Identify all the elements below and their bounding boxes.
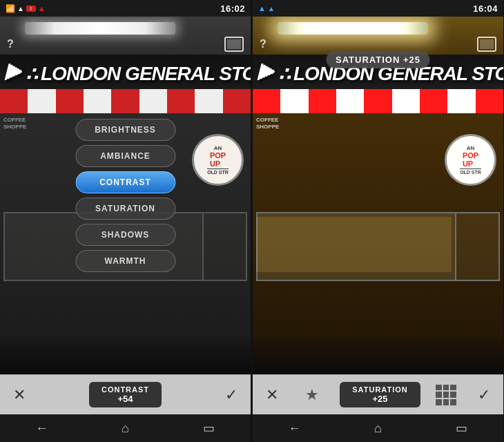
notification-icon: ▲ — [38, 4, 46, 12]
right-signal-icon: ▲ — [258, 4, 266, 12]
saturation-btn[interactable]: SATURATION — [75, 198, 175, 220]
grid-cell-3 — [450, 385, 456, 391]
store-awning — [0, 89, 251, 117]
awning-stripe-red-4 — [167, 89, 195, 117]
awning-stripe-white-4 — [195, 89, 222, 117]
right-nav-bar: ← ⌂ ▭ — [253, 414, 503, 442]
awning-stripe-red-5 — [223, 89, 251, 117]
right-awning-stripe-red-5 — [476, 89, 503, 117]
left-top-bar: ? — [0, 33, 251, 55]
left-label-main: CONTRAST — [101, 385, 149, 394]
contrast-btn[interactable]: CONTRAST — [75, 171, 175, 193]
right-popup-sign: AN POPUP OLD STR — [445, 134, 496, 186]
saturation-overlay-label: SATURATION +25 — [326, 51, 430, 68]
awning-stripe-white-2 — [84, 89, 111, 117]
left-back-button[interactable]: ← — [21, 414, 63, 442]
right-old-str-label: OLD STR — [460, 169, 481, 175]
awning-stripe-red-1 — [0, 89, 28, 117]
store-banner: ⯈⛬LONDON GENERAL STOR▮ — [0, 55, 251, 93]
right-store-photo: ⯈⛬LONDON GENERAL STOR▮ — [253, 17, 503, 374]
right-label-val: +25 — [352, 394, 407, 404]
right-awning-stripe-white-3 — [392, 89, 420, 117]
signal-icon: 📶 — [6, 4, 15, 13]
right-image-icon[interactable] — [477, 37, 496, 52]
right-awning-stripe-red-2 — [309, 89, 336, 117]
wifi-icon: ▲ — [17, 5, 24, 12]
right-toolbar: ✕ ★ SATURATION +25 ✓ — [253, 374, 503, 414]
left-screen: 📶 ▲ ! ▲ 16:02 ⯈⛬LONDON GENERAL STOR▮ — [0, 0, 251, 442]
left-help-icon[interactable]: ? — [7, 38, 14, 50]
right-status-bar: ▲ ▲ 16:04 — [253, 0, 503, 17]
left-image-icon[interactable] — [224, 37, 244, 52]
adjustment-menu: BRIGHTNESS AMBIANCE CONTRAST SATURATION … — [75, 119, 175, 272]
ground-shadow — [0, 333, 251, 374]
left-home-button[interactable]: ⌂ — [105, 414, 146, 442]
right-awning-stripe-white-1 — [280, 89, 308, 117]
right-small-left-sign: COFFEESHOPPE — [256, 117, 279, 131]
brightness-btn[interactable]: BRIGHTNESS — [75, 119, 175, 141]
left-toolbar-label: CONTRAST +54 — [89, 382, 162, 407]
right-home-button[interactable]: ⌂ — [358, 414, 399, 442]
right-wifi-icon: ▲ — [268, 5, 275, 12]
popup-sign-text: AN — [214, 145, 222, 152]
right-star-button[interactable]: ★ — [300, 383, 324, 407]
right-label-main: SATURATION — [352, 385, 407, 394]
right-popup-label: POPUP — [463, 151, 478, 168]
right-grid-button[interactable] — [436, 385, 456, 405]
left-status-time: 16:02 — [220, 3, 245, 14]
right-photo-area: ⯈⛬LONDON GENERAL STOR▮ — [253, 17, 503, 374]
right-screen: ▲ ▲ 16:04 ⯈⛬LONDON GENERAL STOR▮ — [253, 0, 504, 442]
awning-stripe-red-2 — [56, 89, 84, 117]
shadows-btn[interactable]: SHADOWS — [75, 224, 175, 246]
left-label-val: +54 — [101, 394, 149, 404]
right-interior-light — [256, 217, 452, 272]
right-awning-stripe-red-1 — [253, 89, 280, 117]
grid-cell-5 — [443, 392, 449, 398]
left-cancel-button[interactable]: ✕ — [7, 383, 32, 407]
awning-stripe-white-1 — [28, 89, 55, 117]
right-recent-button[interactable]: ▭ — [441, 414, 483, 442]
awning-stripe-white-3 — [139, 89, 167, 117]
store-banner-text: ⯈⛬LONDON GENERAL STOR▮ — [3, 62, 251, 85]
right-status-time: 16:04 — [473, 3, 498, 14]
right-awning-stripe-white-4 — [447, 89, 475, 117]
left-recent-button[interactable]: ▭ — [188, 414, 230, 442]
grid-cell-2 — [443, 385, 449, 391]
left-nav-bar: ← ⌂ ▭ — [0, 414, 251, 442]
right-store-awning — [253, 89, 503, 117]
awning-stripe-red-3 — [111, 89, 139, 117]
right-awning-stripe-white-2 — [336, 89, 364, 117]
right-confirm-button[interactable]: ✓ — [472, 383, 496, 407]
right-status-icons: ▲ ▲ — [258, 4, 275, 12]
right-back-button[interactable]: ← — [274, 414, 316, 442]
right-popup-sign-text: AN — [467, 145, 475, 152]
left-status-bar: 📶 ▲ ! ▲ 16:02 — [0, 0, 251, 17]
right-awning-stripe-red-4 — [420, 89, 447, 117]
right-store-front: AN POPUP OLD STR COFFEESHOPPE — [253, 113, 503, 374]
right-cancel-button[interactable]: ✕ — [260, 383, 284, 407]
left-photo-area: ⯈⛬LONDON GENERAL STOR▮ — [0, 17, 251, 374]
right-store-window-right — [455, 212, 500, 281]
right-help-icon[interactable]: ? — [260, 38, 266, 50]
grid-cell-9 — [450, 399, 456, 405]
store-window-right — [202, 212, 247, 281]
battery-alert-icon: ! — [26, 6, 36, 12]
right-awning-stripe-red-3 — [364, 89, 391, 117]
ambiance-btn[interactable]: AMBIANCE — [75, 145, 175, 167]
grid-cell-7 — [436, 399, 442, 405]
grid-cell-6 — [450, 392, 456, 398]
small-left-sign: COFFEESHOPPE — [3, 117, 26, 131]
right-ground-shadow — [253, 333, 503, 374]
right-toolbar-label: SATURATION +25 — [340, 382, 420, 407]
grid-cell-8 — [443, 399, 449, 405]
popup-sign: AN POPUP OLD STR — [192, 134, 244, 186]
left-status-icons: 📶 ▲ ! ▲ — [6, 4, 46, 13]
grid-cell-1 — [436, 385, 442, 391]
left-confirm-button[interactable]: ✓ — [219, 383, 244, 407]
warmth-btn[interactable]: WARMTH — [75, 250, 175, 272]
grid-cell-4 — [436, 392, 442, 398]
old-str-label: OLD STR — [207, 169, 229, 175]
left-toolbar: ✕ CONTRAST +54 ✓ — [0, 374, 251, 414]
popup-label: POPUP — [210, 151, 226, 168]
